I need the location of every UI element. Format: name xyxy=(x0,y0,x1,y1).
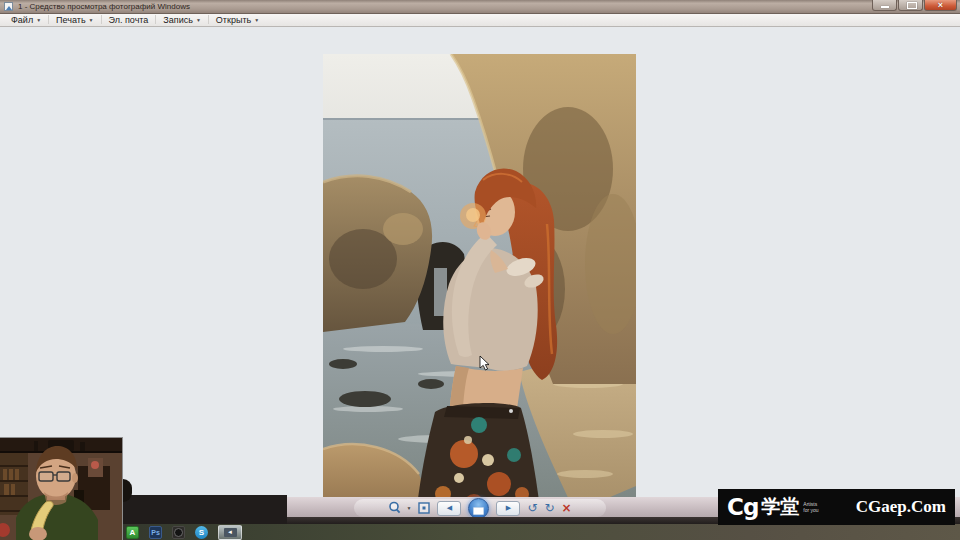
magnifier-icon xyxy=(388,501,403,515)
menu-burn[interactable]: Запись ▼ xyxy=(156,13,207,26)
actual-size-button[interactable] xyxy=(418,502,430,514)
chevron-down-icon: ▼ xyxy=(89,17,94,23)
chevron-down-icon: ▼ xyxy=(254,17,259,23)
close-icon: × xyxy=(925,0,956,10)
window-titlebar: 1 - Средство просмотра фотографий Window… xyxy=(0,0,960,14)
watermark-site: CGaep.Com xyxy=(856,497,946,517)
taskbar-icons: A Ps S ◄ xyxy=(126,525,242,539)
photo-viewer-task-icon: ◄ xyxy=(224,528,237,537)
next-button[interactable]: ▶ xyxy=(496,501,520,516)
cg-logo: Cg xyxy=(727,494,758,520)
previous-button[interactable]: ◀ xyxy=(437,501,461,516)
photo-canvas xyxy=(323,54,636,524)
chevron-down-icon: ▼ xyxy=(406,505,411,511)
slideshow-icon xyxy=(473,507,484,515)
rotate-right-button[interactable]: ↻ xyxy=(544,502,554,514)
chevron-down-icon: ▼ xyxy=(36,17,41,23)
minimize-button[interactable] xyxy=(872,0,897,11)
window-controls: × xyxy=(871,0,957,11)
rotate-right-icon: ↻ xyxy=(544,502,554,514)
menubar: Файл ▼ Печать ▼ Эл. почта Запись ▼ Откры… xyxy=(0,13,960,27)
photo-image xyxy=(323,54,636,524)
photo-viewer-app-icon xyxy=(4,2,13,11)
menu-email-label: Эл. почта xyxy=(109,15,149,25)
watermark-banner: Cg 学堂 Artists for you CGaep.Com xyxy=(718,489,955,525)
viewer-controls: ▼ ◀ ▶ ↺ ↻ × xyxy=(354,499,606,517)
menu-open[interactable]: Открыть ▼ xyxy=(209,13,266,26)
menu-print[interactable]: Печать ▼ xyxy=(49,13,100,26)
viewer-client-area xyxy=(0,27,960,497)
menu-email[interactable]: Эл. почта xyxy=(102,13,156,26)
maximize-button[interactable] xyxy=(898,0,923,11)
menu-file[interactable]: Файл ▼ xyxy=(4,13,48,26)
screen: 1 - Средство просмотра фотографий Window… xyxy=(0,0,960,540)
menu-print-label: Печать xyxy=(56,15,85,25)
zoom-button[interactable]: ▼ xyxy=(388,501,411,515)
webcam-video xyxy=(0,438,122,540)
menu-open-label: Открыть xyxy=(216,15,251,25)
taskbar-skype-icon[interactable]: S xyxy=(195,526,208,539)
watermark-tagline: Artists for you xyxy=(803,501,818,513)
cg-logo-chinese: 学堂 xyxy=(761,494,799,520)
play-slideshow-button[interactable] xyxy=(468,498,489,519)
menu-burn-label: Запись xyxy=(163,15,193,25)
tagline-line2: for you xyxy=(803,507,818,513)
close-button[interactable]: × xyxy=(924,0,957,11)
webcam-overlay xyxy=(0,437,123,540)
delete-button[interactable]: × xyxy=(562,501,572,515)
taskbar-recorder-icon[interactable] xyxy=(172,526,185,539)
rotate-left-button[interactable]: ↺ xyxy=(527,502,537,514)
taskbar-photoshop-icon[interactable]: Ps xyxy=(149,526,162,539)
window-title: 1 - Средство просмотра фотографий Window… xyxy=(18,2,190,11)
rotate-left-icon: ↺ xyxy=(527,502,537,514)
recorder-overlay-panel xyxy=(122,495,287,524)
taskbar-app-a-icon[interactable]: A xyxy=(126,526,139,539)
chevron-down-icon: ▼ xyxy=(196,17,201,23)
menu-file-label: Файл xyxy=(11,15,33,25)
taskbar-photo-viewer-active[interactable]: ◄ xyxy=(218,525,242,540)
previous-icon: ◀ xyxy=(447,504,452,512)
next-icon: ▶ xyxy=(506,504,511,512)
delete-icon: × xyxy=(562,501,572,515)
actual-size-icon xyxy=(418,502,430,514)
